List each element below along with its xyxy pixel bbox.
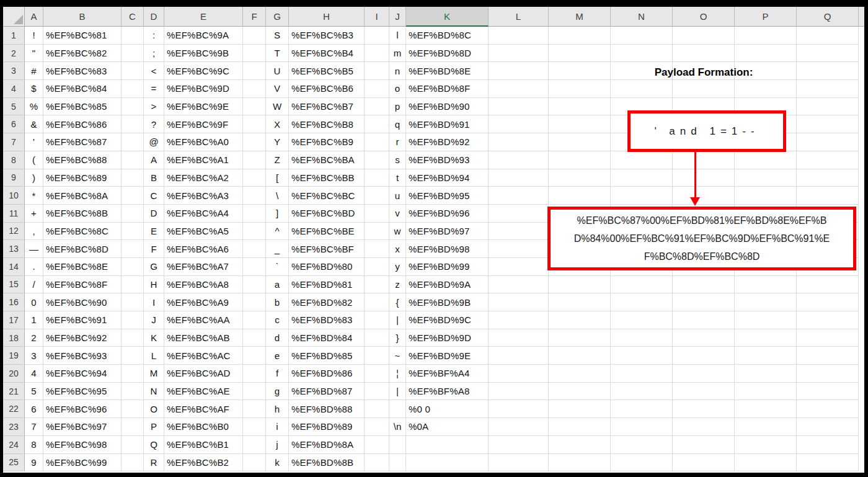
cell-J11[interactable]: v (389, 205, 406, 223)
cell-P21[interactable] (735, 383, 797, 401)
cell-P6[interactable] (735, 115, 797, 133)
cell-G2[interactable]: T (266, 45, 289, 63)
column-header-K[interactable]: K (406, 7, 489, 27)
cell-H18[interactable]: %EF%BD%84 (289, 329, 365, 347)
cell-H5[interactable]: %EF%BC%B7 (289, 98, 365, 116)
row-header-13[interactable]: 13 (3, 240, 25, 258)
cell-Q15[interactable] (797, 276, 859, 294)
cell-F13[interactable] (243, 240, 266, 258)
cell-E8[interactable]: %EF%BC%A1 (164, 151, 243, 169)
cell-A19[interactable]: 3 (25, 347, 43, 365)
cell-N22[interactable] (611, 400, 673, 418)
cell-L4[interactable] (489, 80, 549, 98)
cell-O20[interactable] (673, 365, 735, 383)
cell-L17[interactable] (489, 311, 549, 329)
cell-D15[interactable]: H (144, 276, 164, 294)
cell-B23[interactable]: %EF%BC%97 (43, 418, 122, 436)
cell-F10[interactable] (243, 187, 266, 205)
row-header-24[interactable]: 24 (3, 436, 25, 454)
cell-N3[interactable] (611, 62, 673, 80)
cell-O14[interactable] (673, 258, 735, 276)
cell-D23[interactable]: P (144, 418, 164, 436)
column-header-O[interactable]: O (673, 7, 735, 27)
cell-J8[interactable]: s (389, 151, 406, 169)
cell-L18[interactable] (489, 329, 549, 347)
cell-I2[interactable] (365, 45, 389, 63)
cell-L15[interactable] (489, 276, 549, 294)
cell-O17[interactable] (673, 311, 735, 329)
cell-G9[interactable]: [ (266, 169, 289, 187)
cell-M18[interactable] (549, 329, 611, 347)
cell-N1[interactable] (611, 27, 673, 45)
cell-Q3[interactable] (797, 62, 859, 80)
cell-L5[interactable] (489, 98, 549, 116)
cell-K2[interactable]: %EF%BD%8D (406, 45, 489, 63)
cell-C24[interactable] (122, 436, 144, 454)
cell-I1[interactable] (365, 27, 389, 45)
cell-N17[interactable] (611, 311, 673, 329)
column-header-N[interactable]: N (611, 7, 673, 27)
cell-L21[interactable] (489, 383, 549, 401)
cell-H23[interactable]: %EF%BD%89 (289, 418, 365, 436)
cell-I15[interactable] (365, 276, 389, 294)
cell-E13[interactable]: %EF%BC%A6 (164, 240, 243, 258)
cell-D8[interactable]: A (144, 151, 164, 169)
cell-Q20[interactable] (797, 365, 859, 383)
cell-P24[interactable] (735, 436, 797, 454)
cell-H11[interactable]: %EF%BC%BD (289, 205, 365, 223)
cell-L6[interactable] (489, 115, 549, 133)
cell-K16[interactable]: %EF%BD%9B (406, 293, 489, 311)
cell-N25[interactable] (611, 454, 673, 472)
cell-P1[interactable] (735, 27, 797, 45)
cell-C7[interactable] (122, 133, 144, 151)
cell-P13[interactable] (735, 240, 797, 258)
cell-G14[interactable]: ` (266, 258, 289, 276)
cell-G7[interactable]: Y (266, 133, 289, 151)
row-header-12[interactable]: 12 (3, 223, 25, 241)
cell-H15[interactable]: %EF%BD%81 (289, 276, 365, 294)
cell-Q12[interactable] (797, 223, 859, 241)
cell-O11[interactable] (673, 205, 735, 223)
column-header-P[interactable]: P (735, 7, 797, 27)
cell-G11[interactable]: ] (266, 205, 289, 223)
cell-F25[interactable] (243, 454, 266, 472)
cell-G22[interactable]: h (266, 400, 289, 418)
cell-L16[interactable] (489, 293, 549, 311)
cell-O7[interactable] (673, 133, 735, 151)
cell-K7[interactable]: %EF%BD%92 (406, 133, 489, 151)
column-header-I[interactable]: I (365, 7, 389, 27)
cell-G23[interactable]: i (266, 418, 289, 436)
cell-Q2[interactable] (797, 45, 859, 63)
cell-F16[interactable] (243, 293, 266, 311)
cell-P15[interactable] (735, 276, 797, 294)
cell-J18[interactable]: } (389, 329, 406, 347)
cell-E17[interactable]: %EF%BC%AA (164, 311, 243, 329)
cell-P5[interactable] (735, 98, 797, 116)
cell-A9[interactable]: ) (25, 169, 43, 187)
cell-Q22[interactable] (797, 400, 859, 418)
cell-I25[interactable] (365, 454, 389, 472)
cell-B25[interactable]: %EF%BC%99 (43, 454, 122, 472)
cell-G10[interactable]: \ (266, 187, 289, 205)
cell-E20[interactable]: %EF%BC%AD (164, 365, 243, 383)
row-header-6[interactable]: 6 (3, 115, 25, 133)
cell-J5[interactable]: p (389, 98, 406, 116)
cell-O8[interactable] (673, 151, 735, 169)
cell-B19[interactable]: %EF%BC%93 (43, 347, 122, 365)
cell-B12[interactable]: %EF%BC%8C (43, 223, 122, 241)
cell-D13[interactable]: F (144, 240, 164, 258)
cell-F12[interactable] (243, 223, 266, 241)
cell-A21[interactable]: 5 (25, 383, 43, 401)
cell-A17[interactable]: 1 (25, 311, 43, 329)
cell-D14[interactable]: G (144, 258, 164, 276)
row-header-22[interactable]: 22 (3, 400, 25, 418)
cell-C17[interactable] (122, 311, 144, 329)
cell-H17[interactable]: %EF%BD%83 (289, 311, 365, 329)
cell-K11[interactable]: %EF%BD%96 (406, 205, 489, 223)
cell-M3[interactable] (549, 62, 611, 80)
cell-D17[interactable]: J (144, 311, 164, 329)
cell-C22[interactable] (122, 400, 144, 418)
cell-M12[interactable] (549, 223, 611, 241)
cell-M8[interactable] (549, 151, 611, 169)
cell-N7[interactable] (611, 133, 673, 151)
